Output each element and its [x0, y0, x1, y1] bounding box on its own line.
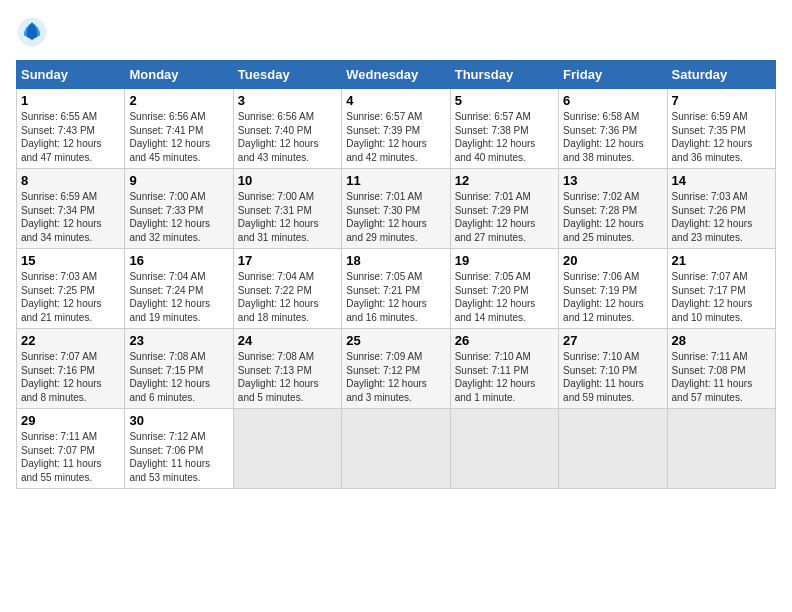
day-info: Sunrise: 7:00 AM Sunset: 7:31 PM Dayligh…: [238, 190, 337, 244]
day-info: Sunrise: 7:10 AM Sunset: 7:11 PM Dayligh…: [455, 350, 554, 404]
day-info: Sunrise: 7:05 AM Sunset: 7:20 PM Dayligh…: [455, 270, 554, 324]
calendar-cell: 30Sunrise: 7:12 AM Sunset: 7:06 PM Dayli…: [125, 409, 233, 489]
week-row-4: 22Sunrise: 7:07 AM Sunset: 7:16 PM Dayli…: [17, 329, 776, 409]
day-info: Sunrise: 7:03 AM Sunset: 7:26 PM Dayligh…: [672, 190, 771, 244]
calendar-cell: 29Sunrise: 7:11 AM Sunset: 7:07 PM Dayli…: [17, 409, 125, 489]
day-info: Sunrise: 6:56 AM Sunset: 7:41 PM Dayligh…: [129, 110, 228, 164]
day-number: 4: [346, 93, 445, 108]
calendar-cell: 21Sunrise: 7:07 AM Sunset: 7:17 PM Dayli…: [667, 249, 775, 329]
day-info: Sunrise: 7:08 AM Sunset: 7:15 PM Dayligh…: [129, 350, 228, 404]
day-number: 13: [563, 173, 662, 188]
day-info: Sunrise: 7:12 AM Sunset: 7:06 PM Dayligh…: [129, 430, 228, 484]
weekday-header-monday: Monday: [125, 61, 233, 89]
calendar-cell: 6Sunrise: 6:58 AM Sunset: 7:36 PM Daylig…: [559, 89, 667, 169]
calendar-cell: [559, 409, 667, 489]
day-number: 25: [346, 333, 445, 348]
calendar-body: 1Sunrise: 6:55 AM Sunset: 7:43 PM Daylig…: [17, 89, 776, 489]
week-row-2: 8Sunrise: 6:59 AM Sunset: 7:34 PM Daylig…: [17, 169, 776, 249]
day-info: Sunrise: 7:01 AM Sunset: 7:29 PM Dayligh…: [455, 190, 554, 244]
day-info: Sunrise: 6:59 AM Sunset: 7:35 PM Dayligh…: [672, 110, 771, 164]
calendar-cell: 5Sunrise: 6:57 AM Sunset: 7:38 PM Daylig…: [450, 89, 558, 169]
calendar-cell: 2Sunrise: 6:56 AM Sunset: 7:41 PM Daylig…: [125, 89, 233, 169]
day-number: 20: [563, 253, 662, 268]
day-number: 1: [21, 93, 120, 108]
day-number: 5: [455, 93, 554, 108]
day-number: 29: [21, 413, 120, 428]
day-number: 3: [238, 93, 337, 108]
calendar-cell: 28Sunrise: 7:11 AM Sunset: 7:08 PM Dayli…: [667, 329, 775, 409]
page-header: [16, 16, 776, 48]
day-number: 26: [455, 333, 554, 348]
calendar-cell: 14Sunrise: 7:03 AM Sunset: 7:26 PM Dayli…: [667, 169, 775, 249]
day-info: Sunrise: 7:09 AM Sunset: 7:12 PM Dayligh…: [346, 350, 445, 404]
weekday-header-sunday: Sunday: [17, 61, 125, 89]
day-info: Sunrise: 6:58 AM Sunset: 7:36 PM Dayligh…: [563, 110, 662, 164]
day-info: Sunrise: 6:55 AM Sunset: 7:43 PM Dayligh…: [21, 110, 120, 164]
day-info: Sunrise: 6:56 AM Sunset: 7:40 PM Dayligh…: [238, 110, 337, 164]
calendar-cell: [342, 409, 450, 489]
day-number: 24: [238, 333, 337, 348]
day-info: Sunrise: 7:06 AM Sunset: 7:19 PM Dayligh…: [563, 270, 662, 324]
day-info: Sunrise: 7:04 AM Sunset: 7:22 PM Dayligh…: [238, 270, 337, 324]
day-info: Sunrise: 7:08 AM Sunset: 7:13 PM Dayligh…: [238, 350, 337, 404]
calendar-cell: 7Sunrise: 6:59 AM Sunset: 7:35 PM Daylig…: [667, 89, 775, 169]
day-info: Sunrise: 7:11 AM Sunset: 7:08 PM Dayligh…: [672, 350, 771, 404]
day-info: Sunrise: 7:10 AM Sunset: 7:10 PM Dayligh…: [563, 350, 662, 404]
calendar-cell: 13Sunrise: 7:02 AM Sunset: 7:28 PM Dayli…: [559, 169, 667, 249]
calendar-cell: 8Sunrise: 6:59 AM Sunset: 7:34 PM Daylig…: [17, 169, 125, 249]
day-info: Sunrise: 6:57 AM Sunset: 7:38 PM Dayligh…: [455, 110, 554, 164]
day-info: Sunrise: 7:03 AM Sunset: 7:25 PM Dayligh…: [21, 270, 120, 324]
day-info: Sunrise: 7:01 AM Sunset: 7:30 PM Dayligh…: [346, 190, 445, 244]
day-info: Sunrise: 7:00 AM Sunset: 7:33 PM Dayligh…: [129, 190, 228, 244]
calendar-cell: [450, 409, 558, 489]
day-number: 27: [563, 333, 662, 348]
day-number: 9: [129, 173, 228, 188]
calendar-cell: 16Sunrise: 7:04 AM Sunset: 7:24 PM Dayli…: [125, 249, 233, 329]
logo: [16, 16, 54, 48]
weekday-header-wednesday: Wednesday: [342, 61, 450, 89]
day-info: Sunrise: 7:07 AM Sunset: 7:17 PM Dayligh…: [672, 270, 771, 324]
weekday-header-friday: Friday: [559, 61, 667, 89]
calendar-cell: [667, 409, 775, 489]
weekday-header-row: SundayMondayTuesdayWednesdayThursdayFrid…: [17, 61, 776, 89]
day-info: Sunrise: 7:07 AM Sunset: 7:16 PM Dayligh…: [21, 350, 120, 404]
calendar-cell: 19Sunrise: 7:05 AM Sunset: 7:20 PM Dayli…: [450, 249, 558, 329]
calendar-cell: 17Sunrise: 7:04 AM Sunset: 7:22 PM Dayli…: [233, 249, 341, 329]
calendar-header: SundayMondayTuesdayWednesdayThursdayFrid…: [17, 61, 776, 89]
calendar-cell: 22Sunrise: 7:07 AM Sunset: 7:16 PM Dayli…: [17, 329, 125, 409]
day-number: 23: [129, 333, 228, 348]
week-row-5: 29Sunrise: 7:11 AM Sunset: 7:07 PM Dayli…: [17, 409, 776, 489]
calendar-cell: 1Sunrise: 6:55 AM Sunset: 7:43 PM Daylig…: [17, 89, 125, 169]
calendar-cell: 27Sunrise: 7:10 AM Sunset: 7:10 PM Dayli…: [559, 329, 667, 409]
calendar-cell: 24Sunrise: 7:08 AM Sunset: 7:13 PM Dayli…: [233, 329, 341, 409]
day-number: 7: [672, 93, 771, 108]
calendar-cell: 9Sunrise: 7:00 AM Sunset: 7:33 PM Daylig…: [125, 169, 233, 249]
calendar-cell: 11Sunrise: 7:01 AM Sunset: 7:30 PM Dayli…: [342, 169, 450, 249]
day-info: Sunrise: 7:04 AM Sunset: 7:24 PM Dayligh…: [129, 270, 228, 324]
day-number: 18: [346, 253, 445, 268]
calendar-cell: 12Sunrise: 7:01 AM Sunset: 7:29 PM Dayli…: [450, 169, 558, 249]
week-row-1: 1Sunrise: 6:55 AM Sunset: 7:43 PM Daylig…: [17, 89, 776, 169]
calendar-cell: [233, 409, 341, 489]
weekday-header-thursday: Thursday: [450, 61, 558, 89]
day-info: Sunrise: 7:11 AM Sunset: 7:07 PM Dayligh…: [21, 430, 120, 484]
day-number: 21: [672, 253, 771, 268]
calendar-cell: 10Sunrise: 7:00 AM Sunset: 7:31 PM Dayli…: [233, 169, 341, 249]
calendar-cell: 18Sunrise: 7:05 AM Sunset: 7:21 PM Dayli…: [342, 249, 450, 329]
day-number: 6: [563, 93, 662, 108]
calendar-cell: 26Sunrise: 7:10 AM Sunset: 7:11 PM Dayli…: [450, 329, 558, 409]
day-number: 10: [238, 173, 337, 188]
calendar-cell: 20Sunrise: 7:06 AM Sunset: 7:19 PM Dayli…: [559, 249, 667, 329]
day-number: 14: [672, 173, 771, 188]
day-info: Sunrise: 7:02 AM Sunset: 7:28 PM Dayligh…: [563, 190, 662, 244]
day-number: 2: [129, 93, 228, 108]
day-number: 11: [346, 173, 445, 188]
day-number: 30: [129, 413, 228, 428]
calendar-table: SundayMondayTuesdayWednesdayThursdayFrid…: [16, 60, 776, 489]
day-number: 28: [672, 333, 771, 348]
calendar-cell: 25Sunrise: 7:09 AM Sunset: 7:12 PM Dayli…: [342, 329, 450, 409]
day-info: Sunrise: 7:05 AM Sunset: 7:21 PM Dayligh…: [346, 270, 445, 324]
logo-icon: [16, 16, 48, 48]
day-number: 12: [455, 173, 554, 188]
day-number: 22: [21, 333, 120, 348]
